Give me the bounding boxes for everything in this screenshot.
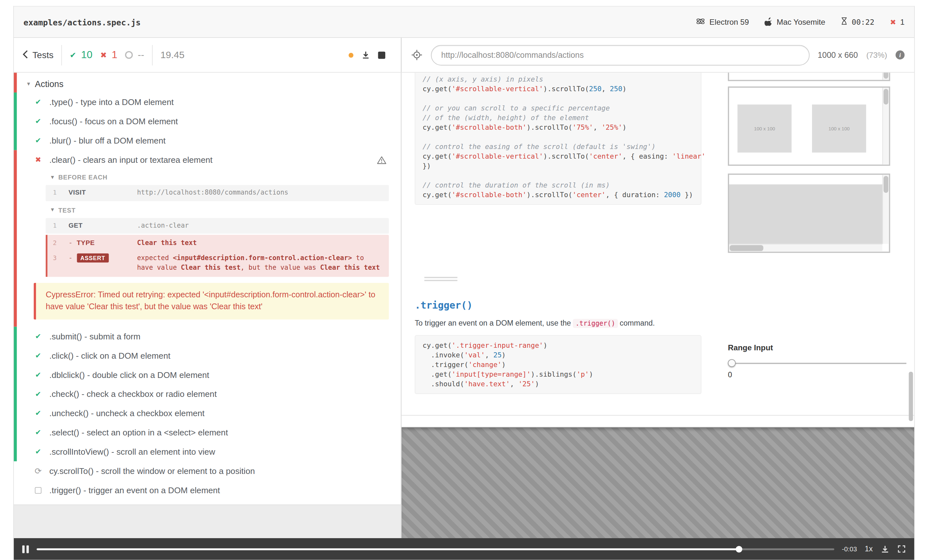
test-row[interactable]: ✔ .type() - type into a DOM element <box>17 93 401 112</box>
check-icon: ✔ <box>34 391 43 397</box>
pause-button[interactable] <box>22 545 29 552</box>
failed-test-row[interactable]: ✖ .clear() - clears an input or textarea… <box>17 150 401 169</box>
test-row[interactable]: ✔.dblclick() - double click on a DOM ele… <box>17 365 401 385</box>
hourglass-icon <box>841 17 848 27</box>
before-each-section[interactable]: ▾ BEFORE EACH <box>17 169 401 184</box>
url-bar[interactable]: http://localhost:8080/commands/actions <box>431 45 809 65</box>
progress-played <box>37 548 739 550</box>
command-row-type[interactable]: 2 - TYPE Clear this text <box>47 236 389 251</box>
scrollbar-thumb[interactable] <box>884 89 888 105</box>
range-value: 0 <box>728 371 732 379</box>
test-title: .uncheck() - uncheck a checkbox element <box>49 409 205 418</box>
pending-test-row[interactable]: .trigger() - trigger an event on a DOM e… <box>17 481 401 500</box>
command-log: ▾ Actions ✔ .type() - type into a DOM el… <box>14 73 401 538</box>
scrollable-horizontal-box[interactable]: 100 x 100 100 x 100 <box>728 87 890 166</box>
check-icon: ✔ <box>34 352 43 359</box>
download-icon[interactable] <box>881 545 890 554</box>
scrollable-both-box[interactable] <box>728 174 890 253</box>
running-test-row[interactable]: ⟳ cy.scrollTo() - scroll the window or e… <box>17 461 401 481</box>
slider-knob[interactable] <box>728 359 736 367</box>
new-activity-dot <box>349 53 354 58</box>
passed-stat[interactable]: ✔ 10 <box>70 49 93 61</box>
os-info: Mac Yosemite <box>765 17 826 27</box>
scrollbar-track[interactable] <box>729 244 882 251</box>
run-duration: 19.45 <box>160 49 185 60</box>
progress-bar[interactable] <box>37 548 834 550</box>
failed-count: 1 <box>111 49 117 61</box>
pending-checkbox-icon <box>35 487 41 494</box>
section-divider <box>424 277 458 281</box>
electron-icon <box>696 17 705 27</box>
aut-scrollbar-thumb[interactable] <box>909 372 913 421</box>
code-line: cy.get('#scrollable-both').scrollTo('75%… <box>423 123 694 132</box>
test-row[interactable]: ✔.scrollIntoView() - scroll an element i… <box>17 442 401 461</box>
remaining-time: -0:03 <box>842 545 857 552</box>
code-line: // control the duration of the scroll (i… <box>423 180 694 190</box>
scrollable-box-partial[interactable] <box>728 73 890 81</box>
command-message: http://localhost:8080/commands/actions <box>137 188 383 198</box>
test-title: .select() - select an option in a <selec… <box>49 428 228 437</box>
autoscroll-toggle-button[interactable] <box>361 50 370 59</box>
pending-stat[interactable]: -- <box>125 49 144 60</box>
scrollbar-track[interactable] <box>882 73 889 80</box>
scrollbar-track[interactable] <box>882 175 889 244</box>
progress-knob[interactable] <box>736 546 742 552</box>
reporter-toolbar: Tests ✔ 10 ✖ 1 -- 19.45 <box>14 38 401 72</box>
command-row-visit[interactable]: 1 VISIT http://localhost:8080/commands/a… <box>46 185 389 201</box>
test-title: .type() - type into a DOM element <box>49 97 174 107</box>
viewport-info-icon[interactable]: i <box>896 50 905 59</box>
divider <box>61 45 62 65</box>
apple-icon <box>765 17 772 27</box>
scrollbar-thumb[interactable] <box>730 245 763 251</box>
cypress-runner-window: examples/actions.spec.js Electron 59 Mac… <box>13 6 915 560</box>
failed-commands-group: 2 - TYPE Clear this text 3 - ASSERT <box>46 235 389 277</box>
test-title: .focus() - focus on a DOM element <box>49 117 178 126</box>
test-row[interactable]: ✔.check() - check a checkbox or radio el… <box>17 385 401 404</box>
test-row[interactable]: ✔.select() - select an option in a <sele… <box>17 423 401 442</box>
spec-header: examples/actions.spec.js Electron 59 Mac… <box>14 7 914 38</box>
command-row-get[interactable]: 1 GET .action-clear <box>46 218 389 234</box>
check-icon: ✔ <box>34 371 43 379</box>
page-divider <box>401 415 914 416</box>
range-slider[interactable] <box>728 359 907 368</box>
suite-header-actions[interactable]: ▾ Actions <box>17 73 401 93</box>
viewport-scale: (73%) <box>866 50 887 59</box>
code-line: cy.get('#scrollable-vertical').scrollTo(… <box>423 84 694 94</box>
selector-playground-button[interactable] <box>411 49 423 61</box>
trigger-section-heading[interactable]: .trigger() <box>415 300 473 311</box>
test-row[interactable]: ✔.click() - click on a DOM element <box>17 346 401 365</box>
test-title: .submit() - submit a form <box>49 332 140 341</box>
code-line: cy.get('#scrollable-vertical').scrollTo(… <box>423 151 694 161</box>
test-row[interactable]: ✔.uncheck() - uncheck a checkbox element <box>17 404 401 423</box>
scrollbar-track[interactable] <box>882 88 889 164</box>
cross-icon: ✖ <box>100 51 107 59</box>
command-row-assert[interactable]: 3 - ASSERT expected <input#description.f… <box>47 251 389 275</box>
test-body-section[interactable]: ▾ TEST <box>17 202 401 216</box>
control-toolbar: Tests ✔ 10 ✖ 1 -- 19.45 http:// <box>14 38 914 73</box>
fullscreen-icon[interactable] <box>897 545 906 553</box>
test-title: .trigger() - trigger an event on a DOM e… <box>49 485 220 495</box>
viewport-overflow-area <box>401 427 914 538</box>
scrollbar-thumb[interactable] <box>884 73 888 79</box>
check-icon: ✔ <box>34 333 43 340</box>
test-row[interactable]: ✔ .focus() - focus on a DOM element <box>17 112 401 131</box>
test-row[interactable]: ✔ .blur() - blur off a DOM element <box>17 131 401 150</box>
code-line: .should('have.text', '25') <box>423 379 694 388</box>
pending-icon <box>125 51 133 59</box>
test-row[interactable]: ✔.submit() - submit a form <box>17 327 401 346</box>
browser-info[interactable]: Electron 59 <box>696 17 749 27</box>
spec-timer: 00:22 <box>841 17 875 27</box>
child-command-dash: - <box>69 239 72 247</box>
warning-triangle-icon <box>377 155 386 164</box>
command-name: VISIT <box>69 189 86 196</box>
failed-stat[interactable]: ✖ 1 <box>100 49 117 61</box>
passed-tests-block: ✔ .type() - type into a DOM element ✔ .f… <box>14 93 401 150</box>
assert-badge: ASSERT <box>77 253 109 262</box>
inline-code: .trigger() <box>573 319 618 328</box>
code-line <box>423 132 694 142</box>
playback-rate[interactable]: 1x <box>865 545 873 553</box>
stop-button[interactable] <box>378 52 385 58</box>
scrollbar-thumb[interactable] <box>884 176 888 193</box>
check-icon: ✔ <box>70 51 76 59</box>
back-to-tests-button[interactable]: Tests <box>22 49 53 60</box>
